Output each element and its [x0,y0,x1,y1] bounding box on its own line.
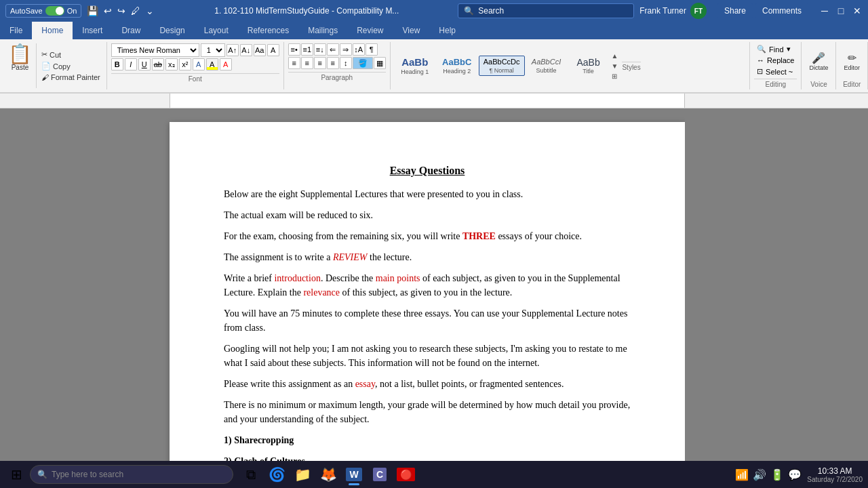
bullets-button[interactable]: ≡• [288,43,300,56]
clear-formatting-button[interactable]: A [267,44,279,56]
text-highlight-button[interactable]: A [206,58,218,70]
shading-button[interactable]: 🪣 [353,57,373,69]
undo-icon[interactable]: ↩ [102,4,113,18]
strikethrough-button[interactable]: ab [152,58,164,70]
multilevel-list-button[interactable]: ≡↓ [314,43,326,56]
dictate-button[interactable]: 🎤 Dictate [806,49,831,73]
tab-file[interactable]: File [0,22,32,39]
styles-expand[interactable]: ⊞ [610,71,620,81]
style-heading1[interactable]: AaBb Heading 1 [395,54,435,77]
copy-button[interactable]: 📄 Copy [39,61,102,71]
taskbar-firefox[interactable]: 🦊 [316,462,340,487]
show-formatting-button[interactable]: ¶ [366,43,378,56]
editor-icon: ✏ [848,52,856,64]
autosave-options-icon[interactable]: 🖊 [130,4,142,18]
ribbon-content: 📋 Paste ✂ Cut 📄 Copy 🖌 Format Painter Cl… [0,39,868,93]
increase-indent-button[interactable]: ⇒ [340,43,352,56]
editor-button[interactable]: ✏ Editor [840,49,863,73]
style-normal[interactable]: AaBbCcDc ¶ Normal [479,56,525,75]
align-left-button[interactable]: ≡ [288,57,300,69]
title-preview: AaBb [576,57,599,68]
line-spacing-button[interactable]: ↕ [340,57,352,69]
decrease-font-size-button[interactable]: A↓ [240,44,252,56]
notification-icon[interactable]: 💬 [788,468,802,481]
search-bar[interactable]: 🔍 Search [458,3,634,18]
paragraph-8: Please write this assignment as an essay… [224,377,631,391]
autosave-state: On [67,7,77,15]
minimize-button[interactable]: ─ [819,5,830,16]
tab-insert[interactable]: Insert [73,22,112,39]
change-case-button[interactable]: Aa [254,44,266,56]
paragraph-4: The assignment is to write a REVIEW the … [224,250,631,264]
select-icon: ⊡ [757,67,763,76]
styles-scroll-down[interactable]: ▼ [610,61,620,71]
increase-font-size-button[interactable]: A↑ [226,44,239,56]
share-button[interactable]: Share [717,3,753,18]
subscript-button[interactable]: x₂ [165,58,178,70]
tab-view[interactable]: View [393,22,430,39]
tab-draw[interactable]: Draw [112,22,150,39]
comments-button[interactable]: Comments [755,3,808,18]
style-subtitle[interactable]: AaBbCcI Subtitle [526,56,567,75]
paste-button[interactable]: 📋 Paste [4,43,37,88]
italic-button[interactable]: I [125,58,137,70]
tab-design[interactable]: Design [150,22,194,39]
cut-button[interactable]: ✂ Cut [39,49,102,60]
taskbar-word[interactable]: W [342,462,366,487]
tab-review[interactable]: Review [347,22,393,39]
justify-button[interactable]: ≡ [327,57,339,69]
network-icon[interactable]: 📶 [735,468,749,481]
style-heading2[interactable]: AaBbC Heading 2 [437,55,477,77]
save-icon[interactable]: 💾 [85,4,100,18]
more-options-icon[interactable]: ⌄ [144,4,155,18]
select-button[interactable]: ⊡ Select ~ [754,66,797,77]
borders-button[interactable]: ▦ [374,57,386,69]
start-button[interactable]: ⊞ [5,464,27,485]
taskbar-app2[interactable]: 🔴 [393,462,418,487]
clock[interactable]: 10:33 AM Saturday 7/2/2020 [807,466,863,483]
superscript-button[interactable]: x² [179,58,191,70]
close-button[interactable]: ✕ [852,5,863,16]
font-color-button[interactable]: A [220,58,232,70]
underline-button[interactable]: U [138,58,151,70]
taskbar-teams[interactable]: C [368,462,392,487]
align-center-button[interactable]: ≡ [301,57,313,69]
tab-layout[interactable]: Layout [195,22,238,39]
taskbar-search-icon: 🔍 [37,470,47,479]
tab-mailings[interactable]: Mailings [298,22,347,39]
font-family-select[interactable]: Times New Roman [111,43,199,57]
styles-scroll-up[interactable]: ▲ [610,51,620,61]
document-heading: Essay Questions [224,163,631,179]
format-painter-button[interactable]: 🖌 Format Painter [39,73,102,82]
decrease-indent-button[interactable]: ⇐ [327,43,339,56]
user-name: Frank Turner [639,6,686,16]
paragraph-2: The actual exam will be reduced to six. [224,208,631,222]
volume-icon[interactable]: 🔊 [753,468,766,481]
autosave-badge[interactable]: AutoSave On [5,4,81,18]
battery-icon[interactable]: 🔋 [770,468,784,481]
bold-button[interactable]: B [111,58,123,70]
taskbar-search[interactable]: 🔍 Type here to search [30,465,233,484]
find-button[interactable]: 🔍 Find ▾ [754,43,797,55]
taskbar-task-view[interactable]: ⧉ [239,462,263,487]
numbering-button[interactable]: ≡1 [301,43,313,56]
find-icon: 🔍 [757,45,766,54]
tab-help[interactable]: Help [429,22,465,39]
maximize-button[interactable]: □ [835,5,846,16]
tab-references[interactable]: References [238,22,298,39]
sort-button[interactable]: ↕A [353,43,365,56]
tab-home[interactable]: Home [32,22,73,39]
align-right-button[interactable]: ≡ [314,57,326,69]
font-size-select[interactable]: 12 [201,43,225,57]
taskbar-explorer[interactable]: 📁 [290,462,315,487]
autosave-toggle[interactable] [45,6,64,16]
taskbar-edge[interactable]: 🌀 [264,462,289,487]
redo-icon[interactable]: ↪ [116,4,127,18]
replace-button[interactable]: ↔ Replace [754,55,797,66]
text-effects-button[interactable]: A [193,58,205,70]
subtitle-label: Subtitle [536,67,557,74]
document-page[interactable]: Essay Questions Below are the eight Supp… [170,122,685,466]
user-avatar[interactable]: FT [690,3,707,19]
style-title[interactable]: AaBb Title [568,55,609,77]
ruler-inner [170,94,685,108]
